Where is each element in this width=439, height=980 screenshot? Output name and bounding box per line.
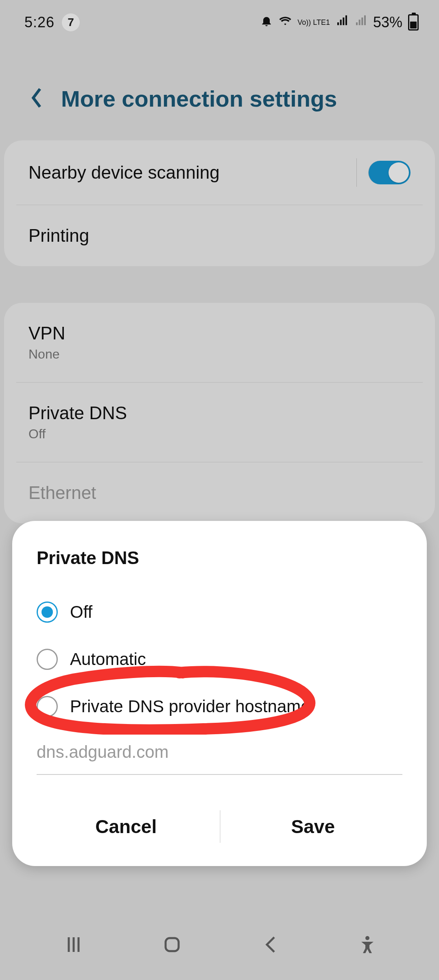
home-icon[interactable] [160, 932, 184, 958]
system-navigation-bar [0, 919, 439, 972]
row-nearby-device-scanning[interactable]: Nearby device scanning [4, 140, 435, 205]
network-type-label: Vo)) LTE1 [297, 19, 330, 26]
row-printing[interactable]: Printing [16, 205, 423, 266]
signal-icon [336, 14, 349, 31]
private-dns-dialog: Private DNS Off Automatic Private DNS pr… [12, 521, 427, 866]
recents-icon[interactable] [61, 932, 86, 958]
row-title: Printing [28, 225, 89, 246]
save-button[interactable]: Save [220, 799, 407, 854]
back-nav-icon[interactable] [259, 932, 283, 958]
settings-card: VPN None Private DNS Off Ethernet [4, 303, 435, 523]
dialog-actions: Cancel Save [33, 799, 406, 854]
alarm-icon [260, 14, 273, 31]
radio-icon [37, 649, 58, 670]
radio-label: Off [70, 602, 92, 622]
radio-label: Private DNS provider hostname [70, 697, 310, 716]
row-subtitle: None [28, 347, 65, 362]
svg-point-4 [365, 936, 369, 940]
dialog-title: Private DNS [37, 548, 406, 568]
row-title: VPN [28, 323, 65, 343]
wifi-icon [279, 14, 292, 31]
accessibility-icon[interactable] [357, 934, 378, 956]
row-vpn[interactable]: VPN None [4, 303, 435, 382]
radio-option-hostname[interactable]: Private DNS provider hostname [33, 683, 406, 730]
status-bar: 5:26 7 Vo)) LTE1 53% [0, 0, 439, 37]
radio-label: Automatic [70, 650, 146, 669]
battery-icon [408, 14, 419, 31]
page-header: More connection settings [0, 37, 439, 140]
radio-option-off[interactable]: Off [33, 588, 406, 636]
svg-rect-3 [166, 938, 179, 951]
radio-icon [37, 602, 58, 623]
row-title: Nearby device scanning [28, 162, 220, 183]
signal-icon-secondary [354, 14, 367, 31]
settings-card: Nearby device scanning Printing [4, 140, 435, 266]
page-title: More connection settings [61, 85, 337, 112]
row-subtitle: Off [28, 427, 127, 442]
dns-hostname-input[interactable] [37, 734, 402, 775]
battery-percent: 53% [373, 14, 402, 31]
row-title: Private DNS [28, 403, 127, 423]
cancel-button[interactable]: Cancel [33, 799, 220, 854]
row-ethernet: Ethernet [16, 462, 423, 523]
radio-option-automatic[interactable]: Automatic [33, 636, 406, 683]
status-clock: 5:26 [24, 14, 55, 31]
row-private-dns[interactable]: Private DNS Off [16, 382, 423, 462]
row-title: Ethernet [28, 483, 96, 503]
radio-icon [37, 696, 58, 717]
back-icon[interactable] [28, 87, 45, 111]
notification-count-badge: 7 [62, 13, 80, 31]
toggle-nearby-device-scanning[interactable] [368, 161, 411, 184]
